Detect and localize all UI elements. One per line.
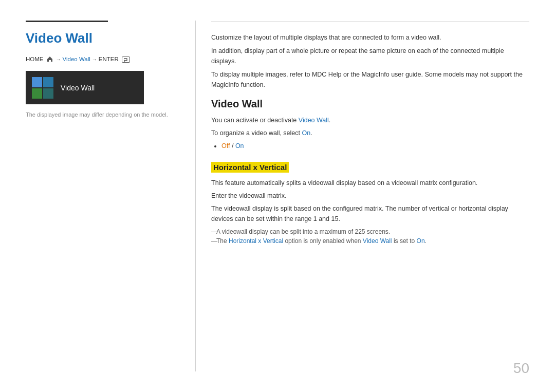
desc-text-3: To display multiple images, refer to MDC… <box>211 69 529 90</box>
breadcrumb-videowall: Video Wall <box>63 56 90 62</box>
home-label: HOME <box>26 56 44 62</box>
breadcrumb-enter: ENTER <box>99 56 119 62</box>
vertical-divider <box>195 21 196 371</box>
subsection-title: Horizontal x Vertical <box>211 162 289 173</box>
arrow-1: → <box>56 57 61 62</box>
right-column: Customize the layout of multiple display… <box>201 21 529 371</box>
on-link-2: On <box>417 237 425 245</box>
subsection-para-1: This feature automatically splits a vide… <box>211 178 529 188</box>
videowall-link-1: Video Wall <box>299 117 329 124</box>
subsection-para-2: Enter the videowall matrix. <box>211 191 529 201</box>
bullet-item: Off / On <box>221 141 529 152</box>
arrow-2: → <box>92 57 97 62</box>
top-line-decoration <box>26 21 108 22</box>
subsection-para-3: The videowall display is split based on … <box>211 203 529 224</box>
home-icon <box>46 55 53 63</box>
separator: / <box>232 142 235 150</box>
section-para-1: You can activate or deactivate Video Wal… <box>211 115 529 125</box>
top-divider-line <box>211 22 529 22</box>
section-para-2: To organize a video wall, select On. <box>211 128 529 138</box>
image-note: The displayed image may differ depending… <box>26 111 175 118</box>
horiz-vert-link: Horizontal x Vertical <box>229 237 283 245</box>
on-link-1: On <box>302 129 310 137</box>
page-title: Video Wall <box>26 30 175 46</box>
desc-text-1: Customize the layout of multiple display… <box>211 32 529 43</box>
left-column: Video Wall HOME → Video Wall → ENTER Vid… <box>26 21 190 371</box>
videowall-icon <box>32 77 53 99</box>
note-1: A videowall display can be split into a … <box>211 228 529 235</box>
section-title: Video Wall <box>211 98 529 110</box>
option-list: Off / On <box>221 141 529 152</box>
off-option: Off <box>221 142 230 150</box>
videowall-link-2: Video Wall <box>363 237 392 245</box>
note-2: The Horizontal x Vertical option is only… <box>211 237 529 245</box>
enter-icon <box>122 57 130 63</box>
page-number: 50 <box>513 360 529 377</box>
desc-text-2: In addition, display part of a whole pic… <box>211 46 529 66</box>
breadcrumb: HOME → Video Wall → ENTER <box>26 55 175 63</box>
on-option: On <box>235 142 244 150</box>
menu-card: Video Wall <box>26 71 144 104</box>
